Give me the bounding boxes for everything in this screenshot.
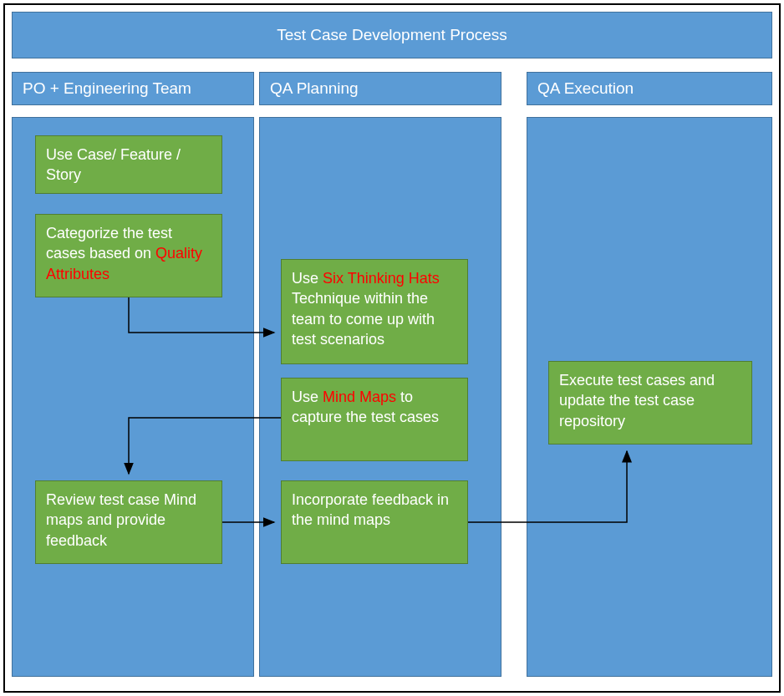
box-execute: Execute test cases and update the test c…	[548, 361, 752, 445]
sixhats-pre: Use	[292, 270, 323, 287]
title-text: Test Case Development Process	[277, 26, 507, 44]
col2-header-text: QA Planning	[270, 79, 359, 98]
mindmaps-red: Mind Maps	[323, 389, 396, 405]
execute-text: Execute test cases and update the test c…	[559, 372, 715, 429]
diagram-title: Test Case Development Process	[12, 12, 772, 58]
usecase-text: Use Case/ Feature / Story	[46, 146, 181, 183]
col3-header-text: QA Execution	[537, 79, 634, 98]
column-header-po-engineering: PO + Engineering Team	[12, 72, 254, 105]
categorize-pre: Categorize the test cases based on	[46, 225, 172, 262]
box-incorporate: Incorporate feedback in the mind maps	[281, 480, 468, 564]
box-review: Review test case Mind maps and provide f…	[35, 480, 222, 564]
mindmaps-pre: Use	[292, 389, 323, 405]
box-mind-maps: Use Mind Maps to capture the test cases	[281, 378, 468, 461]
incorporate-text: Incorporate feedback in the mind maps	[292, 491, 449, 528]
sixhats-red: Six Thinking Hats	[323, 270, 440, 287]
box-six-hats: Use Six Thinking Hats Technique within t…	[281, 259, 468, 364]
column-header-qa-planning: QA Planning	[259, 72, 501, 105]
box-use-case: Use Case/ Feature / Story	[35, 135, 222, 194]
sixhats-post: Technique within the team to come up wit…	[292, 290, 435, 348]
box-categorize: Categorize the test cases based on Quali…	[35, 214, 222, 297]
column-header-qa-execution: QA Execution	[527, 72, 772, 105]
column-body-po-engineering	[12, 117, 254, 677]
col1-header-text: PO + Engineering Team	[23, 79, 191, 98]
review-text: Review test case Mind maps and provide f…	[46, 491, 196, 549]
